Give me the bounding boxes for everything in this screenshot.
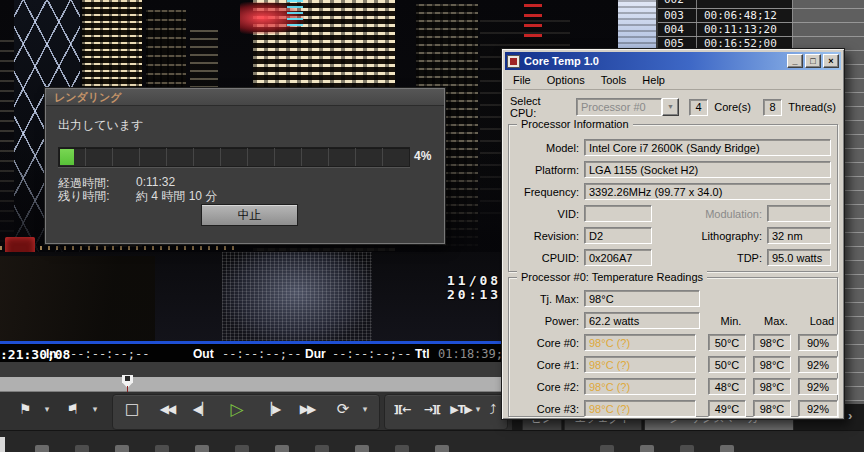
neon-lights <box>287 0 303 30</box>
list-item[interactable]: 003 00:06:48;12 <box>658 9 792 22</box>
stop-button[interactable]: □ <box>118 392 146 426</box>
dialog-message: 出力しています <box>58 117 143 134</box>
core-temp-row: Core #2: 98°C (?) 48°C 98°C 92% <box>513 378 831 395</box>
toolbar-icon[interactable] <box>75 445 89 452</box>
shoreline-lights <box>0 246 238 250</box>
toolbar-icon[interactable] <box>155 445 169 452</box>
play-button[interactable]: ▷ <box>222 392 252 426</box>
toolbar-icon[interactable] <box>435 445 449 452</box>
tab-scroll-icon[interactable]: › <box>848 408 852 423</box>
mark-in-button[interactable]: ⚑ <box>14 392 36 426</box>
step-back-button[interactable]: ◀▏ <box>188 392 216 426</box>
revision-label: Revision: <box>513 230 584 242</box>
tdp-label: TDP: <box>652 252 767 264</box>
core-load-value: 92% <box>798 378 838 395</box>
toolbar-icon[interactable] <box>235 445 249 452</box>
toolbar-icon[interactable] <box>115 445 129 452</box>
dialog-title: レンダリング <box>46 89 444 106</box>
coretemp-app-icon <box>507 55 520 68</box>
goto-in-button[interactable]: ][← <box>388 392 416 426</box>
in-label: In <box>46 347 57 361</box>
waterfront <box>0 256 155 342</box>
model-value: Intel Core i7 2600K (Sandy Bridge) <box>584 139 831 156</box>
current-timecode: :21:30;08 <box>0 347 70 362</box>
loop-playback-button[interactable]: ⟳ <box>330 392 356 426</box>
threads-count: 8 <box>763 99 782 116</box>
toolbar-icon[interactable] <box>315 445 329 452</box>
cpuid-value: 0x206A7 <box>584 249 652 266</box>
mark-out-dropdown[interactable]: ▾ <box>88 392 102 426</box>
mark-in-dropdown[interactable]: ▾ <box>40 392 54 426</box>
toolbar-icon[interactable] <box>395 445 409 452</box>
mark-out-button[interactable]: ⚑ <box>62 392 84 426</box>
titlebar[interactable]: Core Temp 1.0 _ □ × <box>505 52 841 70</box>
core-temp-row: Core #0: 98°C (?) 50°C 98°C 90% <box>513 334 831 351</box>
toolbar-icon[interactable] <box>35 445 49 452</box>
minimize-button[interactable]: _ <box>787 54 803 68</box>
tdp-value: 95.0 watts <box>767 249 831 266</box>
vid-label: VID: <box>513 208 584 220</box>
progress-bar <box>58 147 410 167</box>
window-buttons: _ □ × <box>787 54 839 68</box>
mark-in-icon: ⚑ <box>19 401 32 417</box>
toolbar-icon[interactable] <box>600 445 614 452</box>
core-load-value: 90% <box>798 334 838 351</box>
step-forward-button[interactable]: ▕▶ <box>258 392 286 426</box>
core-temp-row: Core #1: 98°C (?) 50°C 98°C 92% <box>513 356 831 373</box>
antenna-lights <box>524 4 542 42</box>
core-min-value: 49°C <box>708 400 746 417</box>
progress-percent: 4% <box>414 149 431 163</box>
play-icon: ▷ <box>230 399 243 419</box>
water-reflection <box>222 252 372 342</box>
clip-number: 002 <box>664 0 684 6</box>
revision-value: D2 <box>584 227 652 244</box>
core-max-value: 98°C <box>753 356 791 373</box>
out-label: Out <box>193 347 214 361</box>
core-max-value: 98°C <box>753 378 791 395</box>
dur-label: Dur <box>305 347 326 361</box>
frequency-label: Frequency: <box>513 186 584 198</box>
menu-tools[interactable]: Tools <box>593 73 635 87</box>
list-item[interactable]: 004 00:11:13;20 <box>658 23 792 36</box>
core-min-value: 50°C <box>708 334 746 351</box>
goto-in-icon: ][← <box>394 403 410 416</box>
close-button[interactable]: × <box>823 54 839 68</box>
max-column-header: Max. <box>757 315 795 327</box>
loop-icon: ⟳ <box>337 400 350 418</box>
goto-out-button[interactable]: →][ <box>418 392 446 426</box>
cores-label: Core(s) <box>714 101 751 113</box>
fast-forward-button[interactable]: ▶▶ <box>290 392 324 426</box>
threads-label: Thread(s) <box>788 101 836 113</box>
partial-icon <box>0 437 5 452</box>
toolbar-icon[interactable] <box>195 445 209 452</box>
core-label: Core #1: <box>513 359 584 371</box>
menu-file[interactable]: File <box>505 73 539 87</box>
list-item[interactable]: 002 <box>658 0 792 6</box>
chevron-down-icon[interactable]: ▼ <box>662 98 679 116</box>
cancel-button[interactable]: 中止 <box>201 204 298 226</box>
toolbar-icon[interactable] <box>640 445 654 452</box>
toolbar-icon[interactable] <box>355 445 369 452</box>
toolbar-spacer <box>0 362 512 377</box>
in-value: --:--:--;-- <box>70 347 149 361</box>
seek-bar[interactable] <box>0 377 512 392</box>
progress-segments <box>59 148 409 166</box>
play-around-dropdown[interactable]: ▾ <box>472 392 484 426</box>
toolbar-icon[interactable] <box>680 445 694 452</box>
core-temp-value: 98°C (?) <box>584 400 696 417</box>
toolbar-icon[interactable] <box>720 445 734 452</box>
chevron-down-icon: ▾ <box>363 404 368 414</box>
playhead-notch <box>125 376 130 381</box>
cpu-select[interactable]: Processor #0 ▼ <box>576 98 679 116</box>
group-title: Processor #0: Temperature Readings <box>517 271 707 283</box>
maximize-button[interactable]: □ <box>805 54 821 68</box>
remaining-value: 約 4 時間 10 分 <box>136 188 217 205</box>
core-max-value: 98°C <box>753 400 791 417</box>
rewind-button[interactable]: ◀◀ <box>150 392 184 426</box>
menu-help[interactable]: Help <box>634 73 673 87</box>
toolbar-icon[interactable] <box>275 445 289 452</box>
loop-dropdown[interactable]: ▾ <box>358 392 372 426</box>
core-label: Core #3: <box>513 403 584 415</box>
menu-options[interactable]: Options <box>539 73 593 87</box>
ttl-value: 01:18:39; <box>438 347 503 361</box>
